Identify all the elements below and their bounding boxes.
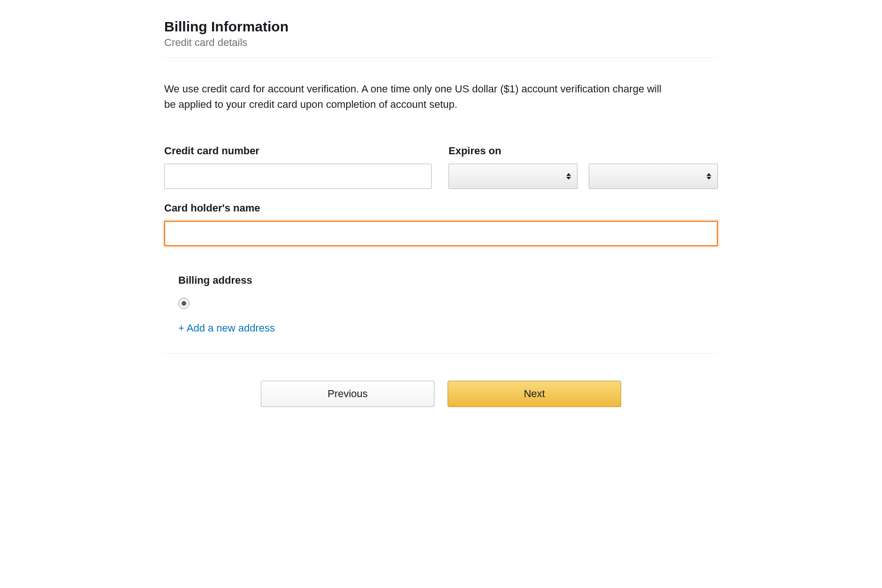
verification-description: We use credit card for account verificat… — [164, 81, 662, 112]
billing-address-label: Billing address — [178, 274, 718, 286]
expires-label: Expires on — [449, 145, 718, 157]
header-divider — [164, 57, 718, 58]
footer-divider — [164, 353, 718, 354]
cc-number-input[interactable] — [164, 164, 432, 189]
cardholder-label: Card holder's name — [164, 202, 718, 214]
page-title: Billing Information — [164, 19, 718, 35]
cc-number-label: Credit card number — [164, 145, 432, 157]
cardholder-input[interactable] — [164, 221, 718, 246]
next-button[interactable]: Next — [448, 381, 621, 407]
billing-address-radio[interactable] — [178, 298, 190, 309]
add-new-address-link[interactable]: + Add a new address — [178, 322, 275, 334]
expires-month-select[interactable] — [449, 164, 578, 189]
previous-button[interactable]: Previous — [261, 381, 434, 407]
page-subtitle: Credit card details — [164, 37, 718, 49]
radio-dot-icon — [182, 301, 186, 306]
expires-year-select[interactable] — [589, 164, 718, 189]
